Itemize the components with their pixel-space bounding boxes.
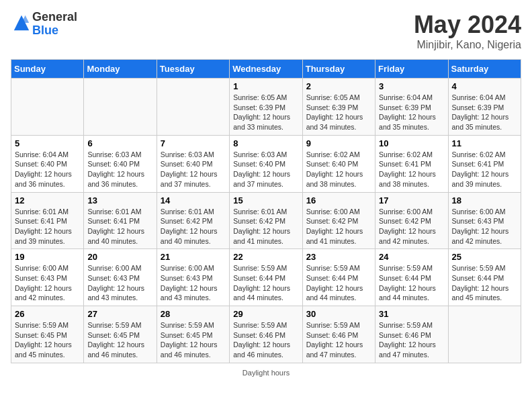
logo-general: General [32, 11, 77, 24]
day-info: Sunrise: 5:59 AM Sunset: 6:46 PM Dayligh… [233, 320, 298, 360]
day-number: 27 [87, 309, 152, 319]
day-info: Sunrise: 6:00 AM Sunset: 6:43 PM Dayligh… [452, 207, 517, 246]
title-area: May 2024 Minjibir, Kano, Nigeria [414, 11, 521, 51]
header-day-tuesday: Tuesday [157, 60, 229, 79]
day-number: 18 [452, 195, 517, 205]
day-info: Sunrise: 6:03 AM Sunset: 6:40 PM Dayligh… [87, 150, 152, 189]
calendar-cell: 30Sunrise: 5:59 AM Sunset: 6:46 PM Dayli… [302, 306, 375, 363]
calendar-header: SundayMondayTuesdayWednesdayThursdayFrid… [11, 60, 521, 79]
day-number: 8 [233, 138, 298, 148]
header: General Blue May 2024 Minjibir, Kano, Ni… [11, 11, 521, 51]
calendar-cell: 9Sunrise: 6:02 AM Sunset: 6:40 PM Daylig… [302, 135, 375, 192]
day-info: Sunrise: 6:00 AM Sunset: 6:43 PM Dayligh… [161, 263, 226, 303]
day-info: Sunrise: 5:59 AM Sunset: 6:44 PM Dayligh… [452, 263, 517, 303]
day-number: 10 [379, 138, 444, 148]
day-number: 23 [306, 252, 371, 262]
day-number: 29 [233, 309, 298, 319]
day-number: 20 [87, 252, 152, 262]
day-info: Sunrise: 6:01 AM Sunset: 6:41 PM Dayligh… [15, 207, 80, 246]
calendar-week-1: 1Sunrise: 6:05 AM Sunset: 6:39 PM Daylig… [11, 79, 521, 136]
day-info: Sunrise: 6:00 AM Sunset: 6:42 PM Dayligh… [379, 207, 444, 246]
day-info: Sunrise: 6:05 AM Sunset: 6:39 PM Dayligh… [233, 93, 298, 132]
day-info: Sunrise: 5:59 AM Sunset: 6:45 PM Dayligh… [161, 320, 226, 360]
day-number: 25 [452, 252, 517, 262]
day-info: Sunrise: 6:02 AM Sunset: 6:41 PM Dayligh… [452, 150, 517, 189]
day-info: Sunrise: 6:04 AM Sunset: 6:39 PM Dayligh… [452, 93, 517, 132]
day-info: Sunrise: 6:01 AM Sunset: 6:42 PM Dayligh… [161, 207, 226, 246]
footer-label: Daylight hours [242, 369, 290, 377]
header-day-thursday: Thursday [302, 60, 375, 79]
day-number: 2 [306, 81, 371, 91]
header-day-friday: Friday [375, 60, 448, 79]
calendar-cell: 29Sunrise: 5:59 AM Sunset: 6:46 PM Dayli… [230, 306, 302, 363]
calendar-cell: 2Sunrise: 6:05 AM Sunset: 6:39 PM Daylig… [302, 79, 375, 136]
calendar-cell: 18Sunrise: 6:00 AM Sunset: 6:43 PM Dayli… [448, 192, 521, 249]
day-number: 22 [233, 252, 298, 262]
header-day-monday: Monday [84, 60, 157, 79]
calendar-week-2: 5Sunrise: 6:04 AM Sunset: 6:40 PM Daylig… [11, 135, 521, 192]
calendar-cell: 22Sunrise: 5:59 AM Sunset: 6:44 PM Dayli… [230, 249, 302, 306]
header-day-wednesday: Wednesday [230, 60, 302, 79]
calendar-cell: 7Sunrise: 6:03 AM Sunset: 6:40 PM Daylig… [157, 135, 229, 192]
day-info: Sunrise: 6:00 AM Sunset: 6:43 PM Dayligh… [15, 263, 80, 303]
day-number: 13 [87, 195, 152, 205]
logo: General Blue [11, 11, 77, 38]
day-info: Sunrise: 6:04 AM Sunset: 6:40 PM Dayligh… [15, 150, 80, 189]
page-subtitle: Minjibir, Kano, Nigeria [414, 39, 521, 51]
day-info: Sunrise: 5:59 AM Sunset: 6:45 PM Dayligh… [87, 320, 152, 360]
calendar-cell: 12Sunrise: 6:01 AM Sunset: 6:41 PM Dayli… [11, 192, 84, 249]
day-number: 12 [15, 195, 80, 205]
calendar-week-5: 26Sunrise: 5:59 AM Sunset: 6:45 PM Dayli… [11, 306, 521, 363]
calendar-cell: 26Sunrise: 5:59 AM Sunset: 6:45 PM Dayli… [11, 306, 84, 363]
day-number: 31 [379, 309, 444, 319]
footer: Daylight hours [11, 369, 521, 377]
calendar-cell: 28Sunrise: 5:59 AM Sunset: 6:45 PM Dayli… [157, 306, 229, 363]
day-info: Sunrise: 6:04 AM Sunset: 6:39 PM Dayligh… [379, 93, 444, 132]
page-title: May 2024 [414, 11, 521, 39]
day-number: 3 [379, 81, 444, 91]
calendar-cell: 19Sunrise: 6:00 AM Sunset: 6:43 PM Dayli… [11, 249, 84, 306]
day-number: 19 [15, 252, 80, 262]
day-info: Sunrise: 6:05 AM Sunset: 6:39 PM Dayligh… [306, 93, 371, 132]
day-number: 15 [233, 195, 298, 205]
day-info: Sunrise: 5:59 AM Sunset: 6:46 PM Dayligh… [306, 320, 371, 360]
day-info: Sunrise: 6:03 AM Sunset: 6:40 PM Dayligh… [161, 150, 226, 189]
day-number: 28 [161, 309, 226, 319]
day-number: 14 [161, 195, 226, 205]
calendar-cell: 23Sunrise: 5:59 AM Sunset: 6:44 PM Dayli… [302, 249, 375, 306]
day-info: Sunrise: 5:59 AM Sunset: 6:44 PM Dayligh… [306, 263, 371, 303]
day-info: Sunrise: 5:59 AM Sunset: 6:44 PM Dayligh… [233, 263, 298, 303]
calendar-cell [157, 79, 229, 136]
calendar-cell: 21Sunrise: 6:00 AM Sunset: 6:43 PM Dayli… [157, 249, 229, 306]
calendar-cell: 3Sunrise: 6:04 AM Sunset: 6:39 PM Daylig… [375, 79, 448, 136]
day-info: Sunrise: 5:59 AM Sunset: 6:46 PM Dayligh… [379, 320, 444, 360]
calendar-cell: 16Sunrise: 6:00 AM Sunset: 6:42 PM Dayli… [302, 192, 375, 249]
header-row: SundayMondayTuesdayWednesdayThursdayFrid… [11, 60, 521, 79]
day-number: 17 [379, 195, 444, 205]
day-info: Sunrise: 6:00 AM Sunset: 6:42 PM Dayligh… [306, 207, 371, 246]
calendar-cell: 17Sunrise: 6:00 AM Sunset: 6:42 PM Dayli… [375, 192, 448, 249]
day-info: Sunrise: 5:59 AM Sunset: 6:45 PM Dayligh… [15, 320, 80, 360]
calendar-cell: 5Sunrise: 6:04 AM Sunset: 6:40 PM Daylig… [11, 135, 84, 192]
calendar-cell [11, 79, 84, 136]
day-number: 26 [15, 309, 80, 319]
day-number: 1 [233, 81, 298, 91]
day-info: Sunrise: 6:01 AM Sunset: 6:41 PM Dayligh… [87, 207, 152, 246]
calendar-cell: 20Sunrise: 6:00 AM Sunset: 6:43 PM Dayli… [84, 249, 157, 306]
day-info: Sunrise: 6:02 AM Sunset: 6:41 PM Dayligh… [379, 150, 444, 189]
calendar-cell: 1Sunrise: 6:05 AM Sunset: 6:39 PM Daylig… [230, 79, 302, 136]
day-info: Sunrise: 6:02 AM Sunset: 6:40 PM Dayligh… [306, 150, 371, 189]
day-number: 11 [452, 138, 517, 148]
day-number: 24 [379, 252, 444, 262]
calendar-table: SundayMondayTuesdayWednesdayThursdayFrid… [11, 59, 521, 363]
calendar-cell: 8Sunrise: 6:03 AM Sunset: 6:40 PM Daylig… [230, 135, 302, 192]
calendar-cell: 31Sunrise: 5:59 AM Sunset: 6:46 PM Dayli… [375, 306, 448, 363]
calendar-cell: 6Sunrise: 6:03 AM Sunset: 6:40 PM Daylig… [84, 135, 157, 192]
day-number: 16 [306, 195, 371, 205]
logo-blue: Blue [32, 24, 77, 38]
header-day-sunday: Sunday [11, 60, 84, 79]
calendar-cell: 25Sunrise: 5:59 AM Sunset: 6:44 PM Dayli… [448, 249, 521, 306]
calendar-cell: 10Sunrise: 6:02 AM Sunset: 6:41 PM Dayli… [375, 135, 448, 192]
calendar-cell [84, 79, 157, 136]
calendar-cell: 11Sunrise: 6:02 AM Sunset: 6:41 PM Dayli… [448, 135, 521, 192]
